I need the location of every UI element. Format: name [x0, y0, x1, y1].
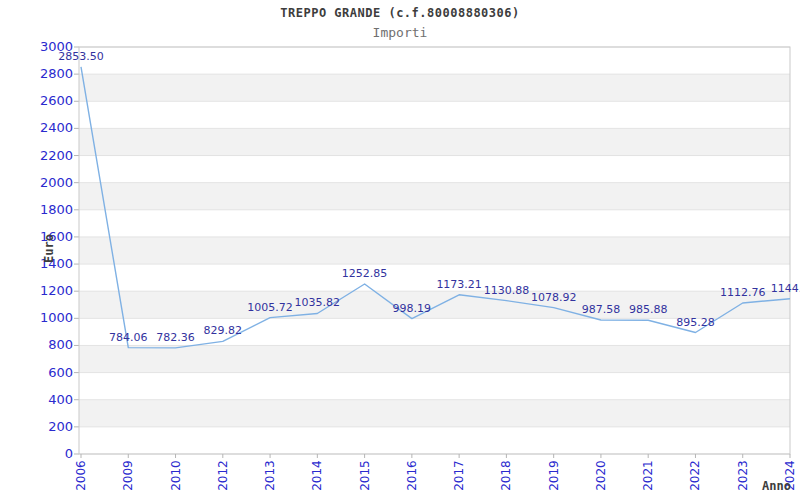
y-tick-label: 1000 — [27, 311, 73, 325]
plot-band — [79, 237, 790, 264]
y-tick-label: 1800 — [27, 203, 73, 217]
point-value-label: 895.28 — [663, 316, 727, 329]
point-value-label: 1144.9 — [758, 282, 800, 295]
point-value-label: 829.82 — [191, 324, 255, 337]
plot-band — [79, 400, 790, 427]
plot-band — [79, 427, 790, 454]
y-tick-label: 2400 — [27, 121, 73, 135]
y-tick-label: 800 — [27, 338, 73, 352]
x-tick-label: 2023 — [736, 459, 749, 493]
y-tick-label: 2200 — [27, 149, 73, 163]
x-tick-label: 2022 — [689, 459, 702, 493]
x-tick-label: 2016 — [405, 459, 418, 493]
plot-band — [79, 183, 790, 210]
x-tick-label: 2019 — [547, 459, 560, 493]
plot-area — [0, 0, 800, 500]
plot-band — [79, 373, 790, 400]
y-tick-label: 200 — [27, 420, 73, 434]
plot-band — [79, 345, 790, 372]
x-tick-label: 2013 — [264, 459, 277, 493]
x-tick-label: 2014 — [311, 459, 324, 493]
y-tick-label: 600 — [27, 366, 73, 380]
x-tick-label: 2012 — [216, 459, 229, 493]
point-value-label: 1078.92 — [522, 291, 586, 304]
x-tick-label: 2009 — [122, 459, 135, 493]
x-tick-label: 2006 — [75, 459, 88, 493]
y-axis-title: Euro — [43, 229, 56, 269]
y-tick-label: 400 — [27, 393, 73, 407]
y-tick-label: 1200 — [27, 284, 73, 298]
plot-band — [79, 128, 790, 155]
x-tick-label: 2010 — [169, 459, 182, 493]
y-tick-label: 2000 — [27, 176, 73, 190]
plot-band — [79, 156, 790, 183]
chart-container: TREPPO GRANDE (c.f.80008880306) Importi … — [0, 0, 800, 500]
y-tick-label: 2600 — [27, 94, 73, 108]
x-tick-label: 2021 — [642, 459, 655, 493]
point-value-label: 985.88 — [616, 303, 680, 316]
x-tick-label: 2020 — [594, 459, 607, 493]
point-value-label: 2853.50 — [49, 50, 113, 63]
plot-band — [79, 74, 790, 101]
x-axis-title: Anno — [762, 479, 791, 493]
point-value-label: 998.19 — [380, 302, 444, 315]
plot-band — [79, 47, 790, 74]
x-tick-label: 2017 — [453, 459, 466, 493]
x-tick-label: 2015 — [358, 459, 371, 493]
point-value-label: 1035.82 — [285, 296, 349, 309]
y-tick-label: 0 — [27, 447, 73, 461]
x-tick-label: 2018 — [500, 459, 513, 493]
plot-band — [79, 210, 790, 237]
plot-band — [79, 101, 790, 128]
point-value-label: 1252.85 — [333, 267, 397, 280]
y-tick-label: 2800 — [27, 67, 73, 81]
